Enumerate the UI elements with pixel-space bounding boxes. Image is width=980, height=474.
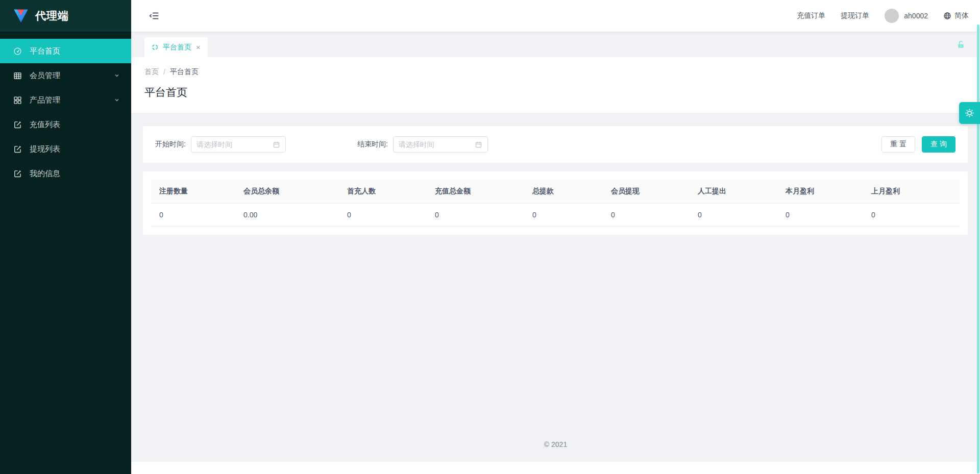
app-title: 代理端 <box>35 9 69 23</box>
column-header: 人工提出 <box>690 180 777 203</box>
grid-icon <box>13 96 22 105</box>
main-area: 充值订单 提现订单 ah0002 简体 <box>131 0 980 474</box>
column-header: 首充人数 <box>339 180 427 203</box>
table-cell: 0.00 <box>235 204 339 226</box>
sidebar-item-label: 充值列表 <box>30 120 60 130</box>
table-cell: 0 <box>339 204 427 226</box>
globe-icon <box>943 12 951 20</box>
sidebar-logo: 代理端 <box>0 0 131 32</box>
edit-icon <box>13 145 22 154</box>
gear-icon <box>964 108 975 118</box>
end-time-group: 结束时间: <box>357 136 488 153</box>
table-header-row: 注册数量 会员总余额 首充人数 充值总金额 总提款 会员提现 人工提出 本月盈利… <box>151 180 960 204</box>
table-cell: 0 <box>690 204 777 226</box>
table-cell: 0 <box>151 204 235 226</box>
sidebar-item-recharge-list[interactable]: 充值列表 <box>0 112 131 137</box>
copyright-icon: © <box>544 440 549 448</box>
stats-table-card: 注册数量 会员总余额 首充人数 充值总金额 总提款 会员提现 人工提出 本月盈利… <box>143 171 968 235</box>
sidebar-item-label: 会员管理 <box>30 71 60 81</box>
settings-button[interactable] <box>959 102 980 124</box>
query-button[interactable]: 查 询 <box>922 136 955 153</box>
breadcrumb-separator: / <box>163 68 165 76</box>
app-root: 代理端 平台首页 会员管理 <box>0 0 980 474</box>
bottom-strip <box>131 462 980 474</box>
avatar <box>885 9 899 23</box>
user-menu[interactable]: ah0002 <box>885 9 928 23</box>
end-time-field[interactable] <box>399 140 471 148</box>
vue-logo-icon <box>13 9 29 23</box>
column-header: 会员总余额 <box>235 180 339 203</box>
reset-button[interactable]: 重 置 <box>881 136 915 153</box>
sidebar-item-my-info[interactable]: 我的信息 <box>0 161 131 186</box>
scrollbar[interactable] <box>977 24 979 473</box>
column-header: 会员提现 <box>603 180 690 203</box>
unlock-icon[interactable] <box>956 40 966 49</box>
topbar: 充值订单 提现订单 ah0002 简体 <box>131 0 980 32</box>
table-cell: 0 <box>524 204 603 226</box>
start-time-group: 开始时间: <box>155 136 286 153</box>
column-header: 注册数量 <box>151 180 235 203</box>
footer: © 2021 <box>131 440 980 462</box>
copyright-year: 2021 <box>551 440 567 448</box>
menu-fold-icon[interactable] <box>149 10 160 21</box>
column-header: 充值总金额 <box>427 180 524 203</box>
calendar-icon <box>475 141 482 148</box>
tabbar: 平台首页 × <box>131 32 980 57</box>
sidebar-item-withdraw-list[interactable]: 提现列表 <box>0 137 131 161</box>
page-title: 平台首页 <box>144 85 967 99</box>
sidebar-item-label: 产品管理 <box>30 95 60 105</box>
recharge-orders-link[interactable]: 充值订单 <box>797 11 825 20</box>
withdraw-orders-link[interactable]: 提现订单 <box>841 11 869 20</box>
content: 首页 / 平台首页 平台首页 开始时间: <box>131 57 980 474</box>
calendar-icon <box>273 141 280 148</box>
tab-platform-home[interactable]: 平台首页 × <box>144 37 208 57</box>
sidebar: 代理端 平台首页 会员管理 <box>0 0 131 474</box>
sidebar-item-label: 提现列表 <box>30 144 60 154</box>
close-icon[interactable]: × <box>196 43 201 51</box>
column-header: 总提款 <box>524 180 603 203</box>
edit-icon <box>13 120 22 129</box>
start-time-label: 开始时间: <box>155 140 186 149</box>
topbar-right: 充值订单 提现订单 ah0002 简体 <box>797 9 969 23</box>
breadcrumb-current: 平台首页 <box>170 67 199 77</box>
table-cell: 0 <box>603 204 690 226</box>
sidebar-item-platform-home[interactable]: 平台首页 <box>0 39 131 63</box>
table-row: 0 0.00 0 0 0 0 0 0 0 <box>151 204 960 227</box>
filter-card: 开始时间: 结束时间: <box>143 126 968 163</box>
sidebar-item-label: 我的信息 <box>30 169 60 179</box>
sidebar-item-product-management[interactable]: 产品管理 <box>0 88 131 112</box>
table-icon <box>13 71 22 80</box>
breadcrumb: 首页 / 平台首页 <box>144 67 967 77</box>
language-label: 简体 <box>954 11 969 20</box>
chevron-down-icon <box>114 72 120 79</box>
page-header: 首页 / 平台首页 平台首页 <box>131 57 980 113</box>
chevron-down-icon <box>114 97 120 103</box>
edit-icon <box>13 169 22 178</box>
language-switcher[interactable]: 简体 <box>943 11 969 20</box>
sidebar-item-member-management[interactable]: 会员管理 <box>0 63 131 88</box>
end-time-input[interactable] <box>393 136 488 153</box>
filter-actions: 重 置 查 询 <box>881 136 955 153</box>
refresh-icon[interactable] <box>152 44 158 51</box>
breadcrumb-home[interactable]: 首页 <box>144 67 159 77</box>
table-cell: 0 <box>863 204 960 226</box>
column-header: 上月盈利 <box>863 180 960 203</box>
sidebar-item-label: 平台首页 <box>30 46 60 56</box>
username: ah0002 <box>904 12 928 20</box>
dashboard-icon <box>13 47 22 56</box>
start-time-field[interactable] <box>197 140 268 148</box>
table-cell: 0 <box>427 204 524 226</box>
end-time-label: 结束时间: <box>357 140 388 149</box>
table-cell: 0 <box>777 204 863 226</box>
column-header: 本月盈利 <box>777 180 863 203</box>
tab-label: 平台首页 <box>163 43 191 52</box>
start-time-input[interactable] <box>191 136 286 153</box>
sidebar-menu: 平台首页 会员管理 <box>0 32 131 186</box>
